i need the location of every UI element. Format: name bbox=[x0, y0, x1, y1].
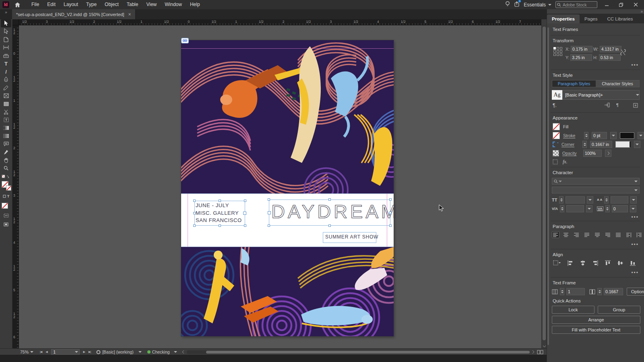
justify-right-icon[interactable] bbox=[604, 231, 612, 238]
corner-radius-field[interactable] bbox=[590, 141, 612, 148]
tool-pen[interactable] bbox=[1, 76, 11, 84]
stroke-weight-stepper[interactable] bbox=[584, 132, 588, 139]
columns-stepper[interactable] bbox=[560, 288, 564, 295]
frame-handle[interactable] bbox=[244, 224, 246, 227]
scroll-left-icon[interactable] bbox=[182, 350, 184, 354]
tool-zoom[interactable] bbox=[1, 164, 11, 172]
align-more-icon[interactable]: ••• bbox=[631, 270, 639, 276]
frame-handle[interactable] bbox=[193, 200, 196, 202]
frame-handle[interactable] bbox=[193, 212, 196, 214]
search-input[interactable] bbox=[562, 2, 592, 8]
character-styles-tab[interactable]: Character Styles bbox=[596, 80, 639, 87]
subtitle-text-frame[interactable]: SUMMER ART SHOW bbox=[323, 232, 376, 243]
frame-handle[interactable] bbox=[268, 224, 270, 227]
menu-2[interactable]: Layout bbox=[60, 0, 82, 9]
stroke-weight-field[interactable] bbox=[592, 132, 607, 139]
frame-handle[interactable] bbox=[328, 224, 331, 227]
lock-button[interactable]: Lock bbox=[552, 306, 594, 314]
menu-4[interactable]: Object bbox=[101, 0, 123, 9]
fx-icon[interactable]: fx. bbox=[563, 159, 568, 165]
frame-handle[interactable] bbox=[389, 198, 392, 201]
style-override-icon[interactable]: ¶ bbox=[616, 103, 619, 107]
frame-handle[interactable] bbox=[268, 198, 270, 201]
corner-shape-dropdown[interactable] bbox=[634, 141, 640, 148]
align-objects-top-icon[interactable] bbox=[604, 259, 611, 266]
font-size-dropdown[interactable] bbox=[587, 196, 593, 204]
tool-frame[interactable] bbox=[1, 92, 11, 100]
paragraph-mark-icon[interactable]: ¶. bbox=[553, 103, 557, 108]
menu-3[interactable]: Type bbox=[82, 0, 101, 9]
tab-close-icon[interactable]: × bbox=[128, 12, 131, 17]
tracking-dropdown[interactable] bbox=[630, 205, 636, 212]
tab-pages[interactable]: Pages bbox=[580, 14, 603, 23]
view-options-icon[interactable] bbox=[1, 212, 11, 220]
align-toward-spine-icon[interactable] bbox=[625, 231, 633, 238]
corner-label[interactable]: Corner bbox=[561, 142, 579, 147]
tab-cc-libraries[interactable]: CC Libraries bbox=[603, 14, 638, 23]
minimize-button[interactable] bbox=[601, 1, 612, 8]
cc-link-badge-icon[interactable] bbox=[181, 38, 189, 43]
preflight-status[interactable]: Checking bbox=[147, 350, 177, 354]
page-number-field[interactable]: 1 bbox=[51, 349, 80, 355]
frame-handle[interactable] bbox=[244, 200, 246, 202]
corner-radius-stepper[interactable] bbox=[582, 141, 587, 148]
scrollbar-thumb[interactable] bbox=[543, 27, 546, 340]
frame-handle[interactable] bbox=[389, 212, 392, 214]
scroll-right-icon[interactable] bbox=[532, 350, 535, 354]
fill-placeholder-button[interactable]: Fill with Placeholder Text bbox=[552, 326, 640, 334]
paragraph-styles-tab[interactable]: Paragraph Styles bbox=[552, 80, 596, 87]
kerning-field[interactable] bbox=[566, 205, 584, 212]
last-page-button[interactable]: ▶| bbox=[89, 350, 91, 354]
frame-out-port[interactable] bbox=[243, 212, 246, 215]
document-tab[interactable]: *set-up-a-postcard_END_V2.indd @ 150% [C… bbox=[12, 9, 136, 19]
font-style-dropdown[interactable] bbox=[552, 187, 640, 193]
gutter-stepper[interactable] bbox=[597, 288, 602, 295]
menu-8[interactable]: Help bbox=[186, 0, 204, 9]
scrollbar-down-icon[interactable] bbox=[543, 346, 546, 348]
schedule-text-frame[interactable]: JUNE - JULY MISC. GALLERY SAN FRANCISCO bbox=[194, 201, 245, 226]
frame-handle[interactable] bbox=[219, 200, 221, 202]
workspace-switcher[interactable]: Essentials bbox=[524, 2, 551, 8]
spread-view-icon[interactable] bbox=[537, 350, 543, 354]
formatting-affects-icons[interactable]: T bbox=[1, 192, 11, 200]
kerning-stepper[interactable] bbox=[560, 205, 564, 212]
leading-dropdown[interactable] bbox=[630, 196, 637, 204]
constrain-proportions-icon[interactable] bbox=[620, 49, 626, 56]
tool-line[interactable]: / bbox=[1, 68, 11, 76]
tracking-stepper[interactable] bbox=[605, 205, 610, 212]
tool-free-transform[interactable] bbox=[1, 116, 11, 124]
stroke-style-dropdown[interactable] bbox=[638, 132, 644, 139]
tool-type[interactable]: T bbox=[1, 60, 11, 68]
align-to-selector-icon[interactable] bbox=[552, 259, 561, 266]
corner-shape-swatch[interactable] bbox=[615, 141, 631, 148]
menu-6[interactable]: View bbox=[142, 0, 161, 9]
tutorials-bulb-icon[interactable] bbox=[505, 1, 510, 8]
panel-scrollbar[interactable] bbox=[547, 27, 549, 345]
arrange-button[interactable]: Arrange bbox=[552, 316, 640, 324]
first-page-button[interactable]: |◀ bbox=[40, 350, 42, 354]
redefine-style-icon[interactable] bbox=[604, 103, 610, 107]
restore-button[interactable] bbox=[616, 1, 626, 8]
paragraph-more-icon[interactable]: ••• bbox=[631, 242, 639, 247]
transform-y-field[interactable] bbox=[570, 54, 592, 61]
tool-eyedropper[interactable] bbox=[1, 148, 11, 156]
preflight-menu[interactable]: [Basic] (working) bbox=[96, 350, 142, 354]
frame-handle[interactable] bbox=[219, 224, 221, 227]
apply-none-swatch[interactable] bbox=[2, 203, 10, 208]
justify-all-icon[interactable] bbox=[615, 231, 622, 238]
text-frame-options-button[interactable]: Options bbox=[627, 288, 644, 296]
tool-selection[interactable] bbox=[1, 19, 11, 27]
menu-1[interactable]: Edit bbox=[43, 0, 60, 9]
tab-properties[interactable]: Properties bbox=[547, 14, 580, 23]
menu-0[interactable]: File bbox=[27, 0, 43, 9]
share-icon[interactable] bbox=[514, 1, 520, 8]
align-objects-right-icon[interactable] bbox=[591, 259, 599, 266]
font-size-stepper[interactable] bbox=[559, 196, 564, 204]
transform-h-field[interactable] bbox=[599, 54, 621, 61]
object-effects-icon[interactable] bbox=[553, 159, 558, 165]
panel-overflow-icon[interactable]: » bbox=[640, 9, 643, 14]
stroke-none-swatch[interactable] bbox=[553, 132, 560, 139]
stock-search[interactable] bbox=[555, 1, 597, 8]
tool-gradient[interactable] bbox=[1, 124, 11, 132]
artwork-top-image[interactable] bbox=[181, 40, 394, 193]
